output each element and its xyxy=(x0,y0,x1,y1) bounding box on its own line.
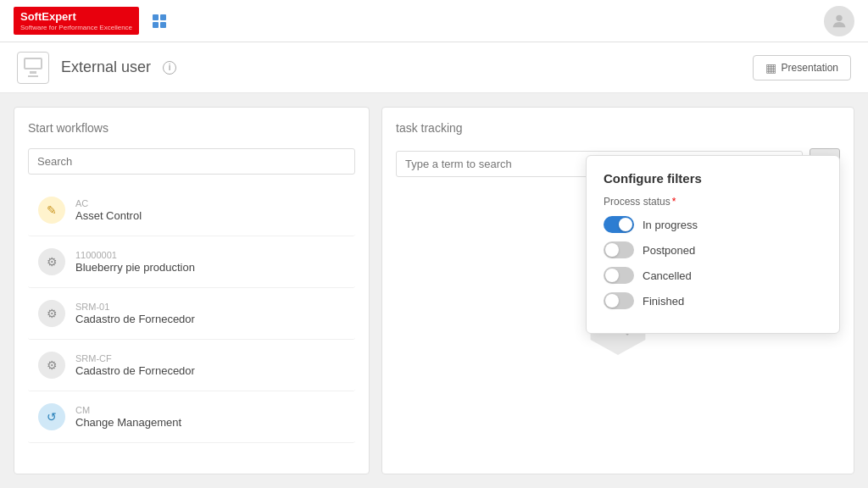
presentation-label: Presentation xyxy=(782,62,838,74)
toggle-cancelled[interactable] xyxy=(604,267,634,284)
filter-option-in-progress: In progress xyxy=(604,216,822,233)
filter-popup-title: Configure filters xyxy=(604,171,822,186)
workflow-icon-cm: ↺ xyxy=(38,403,65,430)
toggle-knob xyxy=(605,243,619,257)
workflow-name: Blueberry pie production xyxy=(75,261,195,274)
workflow-code: AC xyxy=(75,198,142,208)
workflow-info-ac: AC Asset Control xyxy=(75,198,142,222)
workflow-name: Asset Control xyxy=(75,209,142,222)
list-item[interactable]: ⚙ SRM-01 Cadastro de Fornecedor xyxy=(28,288,355,340)
option-label-cancelled: Cancelled xyxy=(643,269,692,282)
right-panel-title: task tracking xyxy=(396,121,840,135)
toggle-in-progress[interactable] xyxy=(604,216,634,233)
workflow-code: SRM-01 xyxy=(75,302,195,312)
workflow-list: ✎ AC Asset Control ⚙ 11000001 Blueberry … xyxy=(28,185,355,443)
workflow-name: Change Management xyxy=(75,416,181,429)
svg-point-0 xyxy=(836,14,842,20)
option-label-postponed: Postponed xyxy=(643,244,695,257)
logo-text: SoftExpert xyxy=(20,10,132,24)
required-star: * xyxy=(672,196,676,208)
userbar-title: External user xyxy=(61,58,151,76)
filter-option-postponed: Postponed xyxy=(604,241,822,258)
left-panel-title: Start workflows xyxy=(28,121,355,135)
process-status-label: Process status* xyxy=(604,196,822,208)
toggle-knob xyxy=(605,294,619,308)
info-icon[interactable]: i xyxy=(163,61,176,75)
workflow-name: Cadastro de Fornecedor xyxy=(75,364,195,377)
monitor-icon xyxy=(17,52,49,84)
toggle-finished[interactable] xyxy=(604,292,634,309)
list-item[interactable]: ↺ CM Change Management xyxy=(28,391,355,443)
presentation-icon: ▦ xyxy=(765,61,776,75)
workflow-code: 11000001 xyxy=(75,250,195,260)
list-item[interactable]: ✎ AC Asset Control xyxy=(28,185,355,236)
filter-option-cancelled: Cancelled xyxy=(604,267,822,284)
logo-subtitle: Software for Performance Excellence xyxy=(20,24,132,32)
list-item[interactable]: ⚙ SRM-CF Cadastro de Fornecedor xyxy=(28,340,355,391)
workflow-code: SRM-CF xyxy=(75,353,195,363)
task-tracking-panel: task tracking Configure filters xyxy=(381,107,854,474)
toggle-knob xyxy=(605,269,619,282)
user-bar: External user i ▦ Presentation xyxy=(0,42,868,93)
option-label-in-progress: In progress xyxy=(643,219,698,231)
workflow-info-srmcf: SRM-CF Cadastro de Fornecedor xyxy=(75,353,195,377)
workflow-info-blueberry: 11000001 Blueberry pie production xyxy=(75,250,195,274)
top-navigation: SoftExpert Software for Performance Exce… xyxy=(0,0,868,42)
workflow-icon-ac: ✎ xyxy=(38,197,65,224)
presentation-button[interactable]: ▦ Presentation xyxy=(753,55,851,80)
softexpert-logo: SoftExpert Software for Performance Exce… xyxy=(14,7,139,35)
workflow-name: Cadastro de Fornecedor xyxy=(75,313,195,325)
workflow-info-cm: CM Change Management xyxy=(75,405,181,429)
apps-grid-icon[interactable] xyxy=(153,14,166,28)
userbar-left: External user i xyxy=(17,52,176,84)
toggle-knob xyxy=(619,218,632,231)
workflow-icon-srm01: ⚙ xyxy=(38,300,65,327)
filter-option-finished: Finished xyxy=(604,292,822,309)
start-workflows-panel: Start workflows ✎ AC Asset Control ⚙ 110… xyxy=(14,107,370,474)
option-label-finished: Finished xyxy=(643,295,684,308)
workflow-icon-srmcf: ⚙ xyxy=(38,352,65,379)
list-item[interactable]: ⚙ 11000001 Blueberry pie production xyxy=(28,236,355,288)
workflow-search-input[interactable] xyxy=(28,148,355,175)
toggle-postponed[interactable] xyxy=(604,241,634,258)
workflow-icon-blueberry: ⚙ xyxy=(38,248,65,275)
user-avatar[interactable] xyxy=(824,6,854,36)
main-content: Start workflows ✎ AC Asset Control ⚙ 110… xyxy=(0,93,868,488)
configure-filters-popup: Configure filters Process status* In pro… xyxy=(586,155,840,334)
workflow-code: CM xyxy=(75,405,181,415)
workflow-info-srm01: SRM-01 Cadastro de Fornecedor xyxy=(75,302,195,325)
topnav-left: SoftExpert Software for Performance Exce… xyxy=(14,7,166,35)
